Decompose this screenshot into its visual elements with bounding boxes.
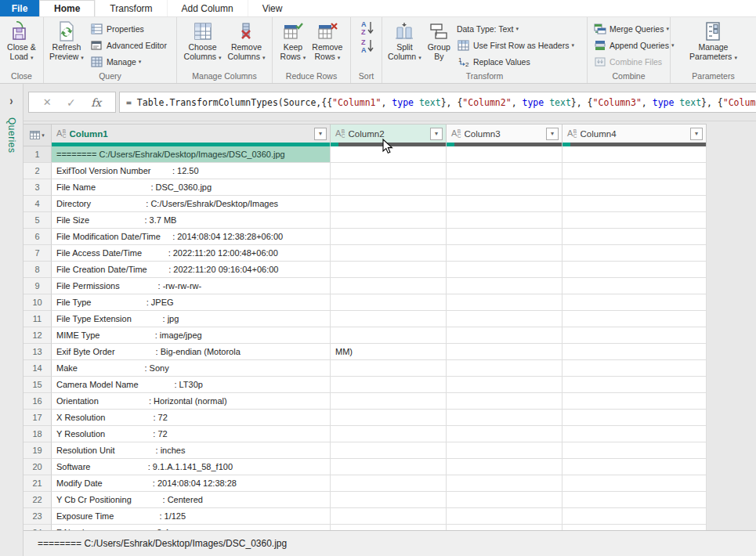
tab-transform[interactable]: Transform: [95, 0, 166, 16]
cell-column1[interactable]: Make : Sony: [52, 360, 331, 377]
row-number[interactable]: 8: [24, 262, 52, 278]
cell-column3[interactable]: [447, 327, 562, 344]
cell-column1[interactable]: File Type : JPEG: [52, 294, 331, 311]
formula-input[interactable]: = Table.TransformColumnTypes(Source,{{"C…: [119, 92, 756, 113]
cell-column4[interactable]: [562, 344, 707, 360]
cell-column2[interactable]: [331, 294, 447, 311]
cell-column2[interactable]: [331, 179, 447, 196]
cell-column4[interactable]: [562, 508, 707, 525]
cell-column3[interactable]: [447, 262, 562, 278]
cell-column3[interactable]: [447, 163, 562, 179]
cell-column3[interactable]: [447, 294, 562, 311]
cell-column3[interactable]: [447, 229, 562, 245]
cell-column2[interactable]: [331, 442, 447, 459]
column4-filter-dropdown[interactable]: [690, 128, 703, 140]
column-header-column4[interactable]: Column4: [562, 124, 707, 146]
cell-column4[interactable]: [562, 196, 707, 212]
merge-queries-button[interactable]: Merge Queries: [590, 20, 677, 37]
remove-rows-button[interactable]: Remove Rows: [309, 19, 345, 63]
cell-column4[interactable]: [562, 426, 707, 442]
cell-column4[interactable]: [562, 377, 707, 393]
row-number[interactable]: 3: [24, 179, 52, 196]
cell-column1[interactable]: MIME Type : image/jpeg: [52, 327, 331, 344]
append-queries-button[interactable]: Append Queries: [590, 37, 677, 53]
remove-columns-button[interactable]: Remove Columns: [225, 19, 269, 63]
advanced-editor-button[interactable]: Advanced Editor: [87, 37, 170, 53]
cell-column1[interactable]: File Permissions : -rw-rw-rw-: [52, 278, 331, 294]
manage-parameters-button[interactable]: Manage Parameters: [686, 19, 740, 63]
cell-column3[interactable]: [447, 360, 562, 377]
properties-button[interactable]: Properties: [87, 20, 170, 37]
cell-column4[interactable]: [562, 492, 707, 508]
combine-files-button[interactable]: Combine Files: [590, 53, 677, 70]
cell-column3[interactable]: [447, 393, 562, 410]
cell-column1[interactable]: Camera Model Name : LT30p: [52, 377, 331, 393]
cell-column1[interactable]: X Resolution : 72: [52, 410, 331, 426]
cell-column1[interactable]: Exposure Time : 1/125: [52, 508, 331, 525]
cell-column2[interactable]: [331, 426, 447, 442]
column1-filter-dropdown[interactable]: [314, 128, 327, 140]
cell-column4[interactable]: [562, 442, 707, 459]
close-and-load-button[interactable]: Close & Load: [4, 19, 39, 63]
cell-column1[interactable]: Exif Byte Order : Big-endian (Motorola: [52, 344, 331, 360]
cell-column2[interactable]: [331, 327, 447, 344]
cell-column4[interactable]: [562, 245, 707, 262]
cell-column4[interactable]: [562, 360, 707, 377]
row-number[interactable]: 14: [24, 360, 52, 377]
row-number[interactable]: 16: [24, 393, 52, 410]
cell-column1[interactable]: Modify Date : 2014:08:04 12:38:28: [52, 475, 331, 492]
cell-column2[interactable]: [331, 212, 447, 229]
cell-column4[interactable]: [562, 146, 707, 163]
row-number[interactable]: 21: [24, 475, 52, 492]
manage-button[interactable]: Manage: [87, 53, 170, 70]
row-number[interactable]: 20: [24, 459, 52, 475]
cell-column2[interactable]: [331, 525, 447, 530]
cell-column3[interactable]: [447, 442, 562, 459]
replace-values-button[interactable]: 1 2 Replace Values: [454, 53, 577, 70]
cell-column2[interactable]: [331, 492, 447, 508]
cell-column1[interactable]: Y Cb Cr Positioning : Centered: [52, 492, 331, 508]
cell-column4[interactable]: [562, 327, 707, 344]
column3-filter-dropdown[interactable]: [546, 128, 559, 140]
cell-column2[interactable]: [331, 508, 447, 525]
row-number[interactable]: 17: [24, 410, 52, 426]
row-number[interactable]: 23: [24, 508, 52, 525]
row-number[interactable]: 19: [24, 442, 52, 459]
column2-filter-dropdown[interactable]: [430, 128, 443, 140]
cell-column3[interactable]: [447, 459, 562, 475]
cancel-formula-icon[interactable]: [43, 96, 52, 108]
cell-column3[interactable]: [447, 475, 562, 492]
sort-descending-button[interactable]: Z A: [359, 38, 376, 55]
cell-column2[interactable]: [331, 410, 447, 426]
cell-column2[interactable]: [331, 377, 447, 393]
cell-column3[interactable]: [447, 196, 562, 212]
cell-column1[interactable]: Y Resolution : 72: [52, 426, 331, 442]
data-type-button[interactable]: Data Type: Text: [454, 20, 577, 37]
row-number[interactable]: 1: [24, 146, 52, 163]
cell-column3[interactable]: [447, 426, 562, 442]
row-number[interactable]: 10: [24, 294, 52, 311]
cell-column2[interactable]: [331, 196, 447, 212]
cell-column3[interactable]: [447, 245, 562, 262]
tab-view[interactable]: View: [248, 0, 297, 16]
row-number[interactable]: 12: [24, 327, 52, 344]
column-header-column3[interactable]: Column3: [447, 124, 562, 146]
cell-column4[interactable]: [562, 278, 707, 294]
cell-column3[interactable]: [447, 377, 562, 393]
cell-column2[interactable]: [331, 393, 447, 410]
use-first-row-as-headers-button[interactable]: Use First Row as Headers: [454, 37, 577, 53]
cell-column4[interactable]: [562, 459, 707, 475]
row-number[interactable]: 6: [24, 229, 52, 245]
cell-column4[interactable]: [562, 410, 707, 426]
commit-formula-icon[interactable]: [67, 96, 76, 109]
select-all-corner[interactable]: ▾: [24, 124, 52, 146]
cell-column3[interactable]: [447, 311, 562, 327]
row-number[interactable]: 11: [24, 311, 52, 327]
cell-column1[interactable]: File Name : DSC_0360.jpg: [52, 179, 331, 196]
row-number[interactable]: 22: [24, 492, 52, 508]
cell-column4[interactable]: [562, 475, 707, 492]
cell-column2[interactable]: [331, 245, 447, 262]
tab-add-column[interactable]: Add Column: [167, 0, 248, 16]
cell-column3[interactable]: [447, 508, 562, 525]
cell-column1[interactable]: Orientation : Horizontal (normal): [52, 393, 331, 410]
